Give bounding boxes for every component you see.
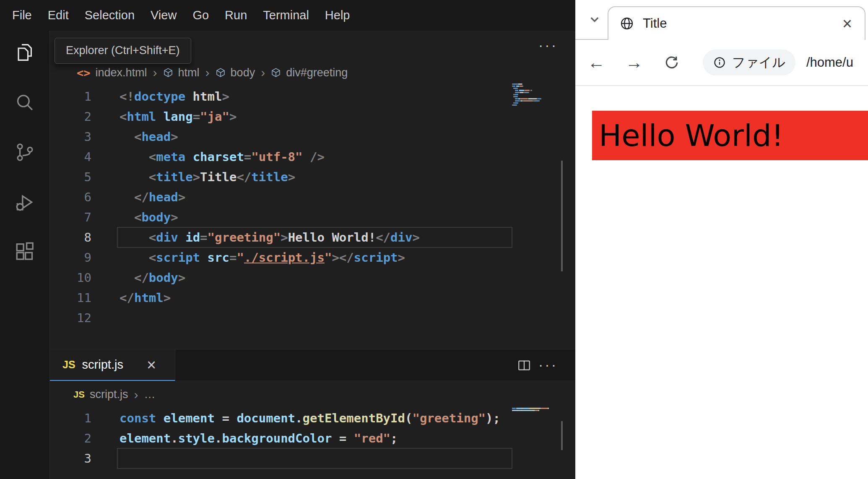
globe-icon bbox=[619, 16, 634, 31]
browser-tab[interactable]: Title × bbox=[608, 6, 865, 40]
js-editor: JS script.js × ··· JS script.js › … 1con… bbox=[50, 349, 575, 479]
html-code-editor[interactable]: 1<!doctype html>2<html lang="ja">3 <head… bbox=[50, 86, 575, 349]
html-file-icon: <> bbox=[77, 66, 91, 79]
split-editor-icon[interactable] bbox=[517, 358, 532, 375]
menu-selection[interactable]: Selection bbox=[77, 8, 143, 22]
explorer-tooltip: Explorer (Ctrl+Shift+E) bbox=[55, 38, 191, 64]
activity-bar bbox=[0, 31, 50, 479]
code-line-6[interactable]: 6 </head> bbox=[50, 187, 575, 207]
code-line-5[interactable]: 5 <title>Title</title> bbox=[50, 167, 575, 187]
menu-view[interactable]: View bbox=[143, 8, 185, 22]
scrollbar[interactable] bbox=[561, 421, 563, 450]
menu-terminal[interactable]: Terminal bbox=[255, 8, 317, 22]
tab-label: script.js bbox=[82, 358, 123, 372]
menu-help[interactable]: Help bbox=[317, 8, 358, 22]
minimap[interactable] bbox=[512, 407, 551, 414]
breadcrumb-separator: › bbox=[205, 65, 210, 80]
search-icon[interactable] bbox=[11, 89, 39, 116]
breadcrumb-item-div-greeting[interactable]: div#greeting bbox=[286, 66, 348, 79]
breadcrumb-separator: › bbox=[153, 65, 157, 80]
symbol-cube-icon bbox=[216, 68, 226, 78]
code-line-4[interactable]: 4 <meta charset="utf-8" /> bbox=[50, 147, 575, 167]
extensions-icon[interactable] bbox=[11, 238, 39, 266]
symbol-cube-icon bbox=[271, 68, 281, 78]
source-control-icon[interactable] bbox=[11, 138, 39, 166]
greeting-div: Hello World! bbox=[592, 111, 868, 160]
editor-actions-more-icon[interactable]: ··· bbox=[538, 36, 558, 53]
browser-window: Title × ← → ファイル /home/u He bbox=[575, 0, 868, 479]
chevron-down-icon[interactable] bbox=[587, 12, 602, 29]
menu-go[interactable]: Go bbox=[185, 8, 217, 22]
scheme-chip-label: ファイル bbox=[732, 54, 785, 71]
breadcrumb-separator: › bbox=[134, 388, 138, 402]
code-line-1[interactable]: 1const element = document.getElementById… bbox=[50, 408, 575, 428]
breadcrumb-file[interactable]: script.js bbox=[90, 388, 128, 401]
editor-actions-more-icon[interactable]: ··· bbox=[538, 356, 558, 373]
screen: File Edit Selection View Go Run Terminal… bbox=[0, 0, 868, 479]
breadcrumb-ellipsis[interactable]: … bbox=[144, 388, 155, 401]
code-line-10[interactable]: 10 </body> bbox=[50, 268, 575, 288]
code-line-9[interactable]: 9 <script src="./script.js"></script> bbox=[50, 247, 575, 268]
menu-edit[interactable]: Edit bbox=[40, 8, 77, 22]
menu-file[interactable]: File bbox=[4, 8, 40, 22]
html-editor: ··· <> index.html › html › body › bbox=[50, 31, 575, 349]
reload-icon[interactable] bbox=[663, 55, 680, 70]
tab-close-icon[interactable]: × bbox=[147, 357, 156, 373]
breadcrumb-item-html[interactable]: html bbox=[178, 66, 200, 79]
menu-bar: File Edit Selection View Go Run Terminal… bbox=[0, 0, 575, 31]
forward-icon[interactable]: → bbox=[626, 52, 642, 73]
browser-tab-title: Title bbox=[643, 16, 667, 31]
tab-close-icon[interactable]: × bbox=[842, 15, 852, 32]
tab-script-js[interactable]: JS script.js × bbox=[50, 349, 175, 381]
code-line-2[interactable]: 2<html lang="ja"> bbox=[50, 107, 575, 127]
editor-tab-bar: JS script.js × ··· bbox=[50, 349, 575, 381]
back-icon[interactable]: ← bbox=[588, 52, 605, 73]
code-line-12[interactable]: 12 bbox=[50, 308, 575, 328]
menu-run[interactable]: Run bbox=[217, 8, 255, 22]
code-line-3[interactable]: 3 <head> bbox=[50, 127, 575, 147]
minimap[interactable] bbox=[512, 83, 551, 108]
browser-toolbar: ← → ファイル /home/u bbox=[575, 40, 868, 86]
breadcrumb-item-body[interactable]: body bbox=[231, 66, 255, 79]
address-bar-url[interactable]: /home/u bbox=[806, 55, 853, 70]
breadcrumb-file[interactable]: index.html bbox=[96, 66, 147, 79]
run-and-debug-icon[interactable] bbox=[11, 188, 39, 216]
browser-page: Hello World! bbox=[575, 87, 868, 479]
code-line-7[interactable]: 7 <body> bbox=[50, 207, 575, 227]
vscode-window: File Edit Selection View Go Run Terminal… bbox=[0, 0, 575, 479]
editor-area: ··· <> index.html › html › body › bbox=[50, 31, 575, 479]
js-file-icon: JS bbox=[73, 389, 85, 400]
code-line-11[interactable]: 11</html> bbox=[50, 288, 575, 308]
scrollbar[interactable] bbox=[561, 161, 563, 271]
code-line-1[interactable]: 1<!doctype html> bbox=[50, 86, 575, 107]
code-line-2[interactable]: 2element.style.backgroundColor = "red"; bbox=[50, 428, 575, 448]
explorer-icon[interactable] bbox=[11, 39, 39, 66]
url-scheme-chip[interactable]: ファイル bbox=[703, 49, 795, 75]
symbol-cube-icon bbox=[163, 68, 173, 78]
code-line-3[interactable]: 3 bbox=[50, 448, 575, 469]
info-icon bbox=[713, 56, 726, 69]
js-file-icon: JS bbox=[62, 359, 75, 371]
browser-tab-strip: Title × bbox=[575, 0, 868, 40]
code-line-8[interactable]: 8 <div id="greeting">Hello World!</div> bbox=[50, 227, 575, 247]
js-code-editor[interactable]: 1const element = document.getElementById… bbox=[50, 408, 575, 479]
breadcrumb-separator: › bbox=[261, 65, 265, 80]
breadcrumb: JS script.js › … bbox=[50, 381, 575, 408]
